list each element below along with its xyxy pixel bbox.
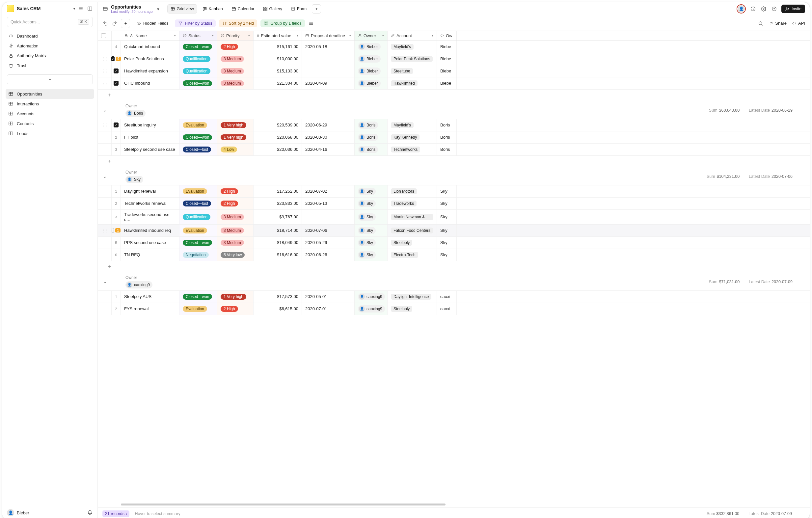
collapse-sidebar-icon[interactable] xyxy=(87,6,93,11)
cell-account[interactable]: Martin Newman & S… xyxy=(387,210,437,224)
table-row[interactable]: 1 Daylight renewal Evaluation 2 High $17… xyxy=(98,185,810,198)
add-view-button[interactable]: ＋ xyxy=(312,4,321,13)
cell-status[interactable]: Evaluation xyxy=(179,185,217,197)
cell-deadline[interactable]: 2020-04-16 xyxy=(302,144,355,155)
cell-value[interactable]: $20,068.00 xyxy=(254,132,302,143)
table-interactions[interactable]: Interactions xyxy=(6,99,94,109)
cell-status[interactable]: Closed—won xyxy=(179,77,217,89)
cell-account[interactable]: Technetworks xyxy=(387,144,437,155)
cell-owner-text[interactable]: Biebe xyxy=(437,77,457,89)
cell-name[interactable]: Polar Peak Solutions xyxy=(121,53,179,65)
cell-name[interactable]: Steelpoly second use case xyxy=(121,144,179,155)
sort-button[interactable]: Sort by 1 field xyxy=(219,20,257,27)
row-handle[interactable] xyxy=(98,144,112,155)
add-row-button[interactable]: ＋ xyxy=(98,156,810,167)
cell-owner[interactable]: 👤Sky xyxy=(355,249,387,261)
chevron-down-icon[interactable]: ⌄ xyxy=(102,107,108,113)
row-index[interactable]: 5 xyxy=(112,237,121,249)
list-icon[interactable] xyxy=(78,6,84,11)
nav-dashboard[interactable]: Dashboard xyxy=(6,31,94,41)
undo-icon[interactable] xyxy=(103,21,108,26)
select-all-header[interactable] xyxy=(98,31,112,40)
cell-status[interactable]: Closed—lost xyxy=(179,144,217,155)
add-table-button[interactable]: ＋ xyxy=(7,75,93,84)
cell-deadline[interactable] xyxy=(302,53,355,65)
table-row[interactable]: 4 Quickmart inbound Closed—won 2 High $1… xyxy=(98,41,810,53)
col-priority[interactable]: Priority▾ xyxy=(217,31,254,40)
chevron-down-icon[interactable]: ▾ xyxy=(155,6,161,12)
table-accounts[interactable]: Accounts xyxy=(6,109,94,119)
row-index[interactable]: 1 xyxy=(112,185,121,197)
cell-name[interactable]: GHC inbound xyxy=(121,77,179,89)
cell-owner-text[interactable]: Sky xyxy=(437,210,457,224)
table-row[interactable]: ⋮⋮ Steeltube inquiry Evaluation 1 Very h… xyxy=(98,119,810,132)
row-handle[interactable]: ⋮⋮ xyxy=(98,225,112,236)
cell-status[interactable]: Closed—won xyxy=(179,291,217,303)
cell-owner-text[interactable]: caoxi xyxy=(437,303,457,315)
cell-value[interactable]: $9,767.00 xyxy=(254,210,302,224)
cell-owner-text[interactable]: Sky xyxy=(437,249,457,261)
cell-owner-text[interactable]: Biebe xyxy=(437,41,457,53)
cell-owner-text[interactable]: Sky xyxy=(437,237,457,249)
cell-status[interactable]: Evaluation xyxy=(179,303,217,315)
filter-button[interactable]: Filter by Status xyxy=(175,20,215,27)
view-calendar[interactable]: Calendar xyxy=(228,4,258,13)
bell-icon[interactable] xyxy=(87,510,93,516)
cell-deadline[interactable]: 2020-05-01 xyxy=(302,291,355,303)
cell-deadline[interactable]: 2020-03-30 xyxy=(302,132,355,143)
row-index[interactable] xyxy=(112,77,121,89)
cell-priority[interactable]: 3 Medium xyxy=(217,53,254,65)
gear-icon[interactable] xyxy=(760,6,767,12)
row-index[interactable]: 2 xyxy=(112,198,121,209)
cell-priority[interactable]: 2 High xyxy=(217,198,254,209)
cell-deadline[interactable]: 2020-04-09 xyxy=(302,77,355,89)
redo-icon[interactable] xyxy=(112,21,118,26)
cell-owner[interactable]: 👤Sky xyxy=(355,198,387,209)
cell-priority[interactable]: 2 High xyxy=(217,41,254,53)
cell-status[interactable]: Evaluation xyxy=(179,225,217,236)
cell-name[interactable]: Quickmart inbound xyxy=(121,41,179,53)
cell-owner-text[interactable]: caoxi xyxy=(437,291,457,303)
table-row[interactable]: 3 Tradeworks second use c… Qualification… xyxy=(98,210,810,225)
data-grid[interactable]: Name▾ Status▾ Priority▾ #Estimated value… xyxy=(98,31,810,503)
table-row[interactable]: 3 Steelpoly second use case Closed—lost … xyxy=(98,144,810,156)
table-row[interactable]: ⋮⋮ GHC inbound Closed—won 3 Medium $21,3… xyxy=(98,77,810,90)
row-handle[interactable]: ⋮⋮ xyxy=(98,53,112,65)
cell-name[interactable]: Steelpoly AUS xyxy=(121,291,179,303)
cell-name[interactable]: Daylight renewal xyxy=(121,185,179,197)
search-icon[interactable] xyxy=(758,21,763,26)
cell-owner-text[interactable]: Biebe xyxy=(437,65,457,77)
cell-priority[interactable]: 5 Very low xyxy=(217,249,254,261)
cell-deadline[interactable] xyxy=(302,65,355,77)
cell-value[interactable]: $20,539.00 xyxy=(254,119,302,131)
cell-owner[interactable]: 👤caoxing9 xyxy=(355,291,387,303)
cell-value[interactable]: $15,133.00 xyxy=(254,65,302,77)
cell-value[interactable]: $17,573.00 xyxy=(254,291,302,303)
cell-account[interactable]: Steelpoly xyxy=(387,303,437,315)
cell-owner-text[interactable]: Sky xyxy=(437,198,457,209)
cell-priority[interactable]: 3 Medium xyxy=(217,210,254,224)
cell-name[interactable]: Hawklimited inbound req xyxy=(121,225,179,236)
cell-deadline[interactable] xyxy=(302,210,355,224)
col-owner[interactable]: Owner▾ xyxy=(355,31,387,40)
cell-status[interactable]: Qualification xyxy=(179,210,217,224)
table-row[interactable]: 6 TN RFQ Negotiation 5 Very low $16,616.… xyxy=(98,249,810,261)
row-index[interactable]: 1 xyxy=(112,291,121,303)
cell-value[interactable]: $15,161.00 xyxy=(254,41,302,53)
cell-status[interactable]: Closed—lost xyxy=(179,198,217,209)
cell-owner-text[interactable]: Boris xyxy=(437,144,457,155)
cell-owner[interactable]: 👤Boris xyxy=(355,144,387,155)
chevron-down-icon[interactable]: ⌄ xyxy=(102,174,108,179)
cell-account[interactable]: Falcon Food Centers xyxy=(387,225,437,236)
group-button[interactable]: Group by 1 fields xyxy=(260,20,305,27)
table-row[interactable]: ⋮⋮ 1 Hawklimited inbound req Evaluation … xyxy=(98,225,810,237)
col-deadline[interactable]: Proposal deadline▾ xyxy=(302,31,355,40)
cell-account[interactable]: Steelpoly xyxy=(387,237,437,249)
col-status[interactable]: Status▾ xyxy=(179,31,217,40)
cell-priority[interactable]: 2 High xyxy=(217,185,254,197)
cell-owner-text[interactable]: Sky xyxy=(437,225,457,236)
cell-account[interactable]: Mayfield's xyxy=(387,119,437,131)
cell-status[interactable]: Qualification xyxy=(179,53,217,65)
cell-name[interactable]: Tradeworks second use c… xyxy=(121,210,179,224)
row-handle[interactable]: ⋮⋮ xyxy=(98,119,112,131)
